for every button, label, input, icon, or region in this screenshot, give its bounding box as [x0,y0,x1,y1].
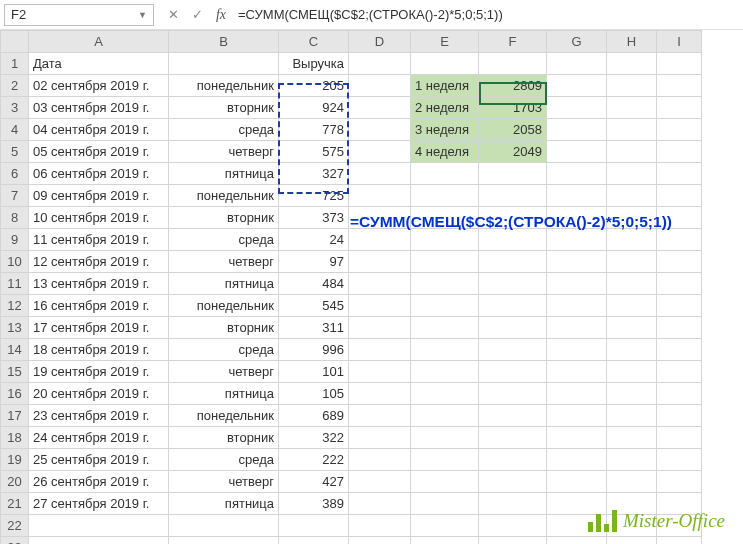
cell-E18[interactable] [411,427,479,449]
cell-F22[interactable] [479,515,547,537]
cell-E10[interactable] [411,251,479,273]
cell-A8[interactable]: 10 сентября 2019 г. [29,207,169,229]
cell-C20[interactable]: 427 [279,471,349,493]
cell-I11[interactable] [657,273,702,295]
cell-B12[interactable]: понедельник [169,295,279,317]
cell-G11[interactable] [547,273,607,295]
cell-B15[interactable]: четверг [169,361,279,383]
cell-C13[interactable]: 311 [279,317,349,339]
cell-G4[interactable] [547,119,607,141]
cell-B13[interactable]: вторник [169,317,279,339]
cell-B9[interactable]: среда [169,229,279,251]
cell-A12[interactable]: 16 сентября 2019 г. [29,295,169,317]
cell-B8[interactable]: вторник [169,207,279,229]
cell-A16[interactable]: 20 сентября 2019 г. [29,383,169,405]
row-header[interactable]: 2 [1,75,29,97]
cell-D9[interactable] [349,229,411,251]
row-header[interactable]: 17 [1,405,29,427]
cell-I17[interactable] [657,405,702,427]
cell-H23[interactable] [607,537,657,545]
col-header-G[interactable]: G [547,31,607,53]
cell-D1[interactable] [349,53,411,75]
cell-E14[interactable] [411,339,479,361]
cell-H6[interactable] [607,163,657,185]
cell-D10[interactable] [349,251,411,273]
cell-D22[interactable] [349,515,411,537]
cell-F23[interactable] [479,537,547,545]
cell-G3[interactable] [547,97,607,119]
cell-D21[interactable] [349,493,411,515]
cell-A9[interactable]: 11 сентября 2019 г. [29,229,169,251]
cell-E20[interactable] [411,471,479,493]
cell-C15[interactable]: 101 [279,361,349,383]
cell-G16[interactable] [547,383,607,405]
cell-C8[interactable]: 373 [279,207,349,229]
cancel-icon[interactable]: ✕ [162,4,184,26]
cell-F12[interactable] [479,295,547,317]
cell-G10[interactable] [547,251,607,273]
cell-G1[interactable] [547,53,607,75]
row-header[interactable]: 22 [1,515,29,537]
cell-G7[interactable] [547,185,607,207]
cell-C21[interactable]: 389 [279,493,349,515]
cell-C7[interactable]: 725 [279,185,349,207]
cell-G9[interactable] [547,229,607,251]
cell-C4[interactable]: 778 [279,119,349,141]
cell-B4[interactable]: среда [169,119,279,141]
cell-G5[interactable] [547,141,607,163]
cell-C16[interactable]: 105 [279,383,349,405]
row-header[interactable]: 12 [1,295,29,317]
cell-G6[interactable] [547,163,607,185]
cell-G23[interactable] [547,537,607,545]
cell-G2[interactable] [547,75,607,97]
row-header[interactable]: 3 [1,97,29,119]
cell-C3[interactable]: 924 [279,97,349,119]
cell-E7[interactable] [411,185,479,207]
worksheet-grid[interactable]: A B C D E F G H I 1ДатаВыручка202 сентяб… [0,30,702,544]
cell-A17[interactable]: 23 сентября 2019 г. [29,405,169,427]
cell-I20[interactable] [657,471,702,493]
cell-D3[interactable] [349,97,411,119]
cell-G17[interactable] [547,405,607,427]
cell-E15[interactable] [411,361,479,383]
cell-I10[interactable] [657,251,702,273]
row-header[interactable]: 5 [1,141,29,163]
cell-C14[interactable]: 996 [279,339,349,361]
cell-A21[interactable]: 27 сентября 2019 г. [29,493,169,515]
cell-H12[interactable] [607,295,657,317]
cell-A19[interactable]: 25 сентября 2019 г. [29,449,169,471]
cell-C17[interactable]: 689 [279,405,349,427]
cell-I9[interactable] [657,229,702,251]
cell-C12[interactable]: 545 [279,295,349,317]
cell-B6[interactable]: пятница [169,163,279,185]
cell-B23[interactable] [169,537,279,545]
cell-E9[interactable] [411,229,479,251]
cell-C11[interactable]: 484 [279,273,349,295]
cell-E4[interactable]: 3 неделя [411,119,479,141]
cell-I1[interactable] [657,53,702,75]
cell-E21[interactable] [411,493,479,515]
cell-C10[interactable]: 97 [279,251,349,273]
cell-G15[interactable] [547,361,607,383]
cell-H19[interactable] [607,449,657,471]
cell-F20[interactable] [479,471,547,493]
cell-H4[interactable] [607,119,657,141]
cell-G12[interactable] [547,295,607,317]
col-header-E[interactable]: E [411,31,479,53]
cell-D5[interactable] [349,141,411,163]
cell-F1[interactable] [479,53,547,75]
cell-A22[interactable] [29,515,169,537]
row-header[interactable]: 8 [1,207,29,229]
cell-H16[interactable] [607,383,657,405]
cell-D12[interactable] [349,295,411,317]
cell-E16[interactable] [411,383,479,405]
cell-D11[interactable] [349,273,411,295]
cell-A3[interactable]: 03 сентября 2019 г. [29,97,169,119]
row-header[interactable]: 18 [1,427,29,449]
cell-F9[interactable] [479,229,547,251]
cell-E17[interactable] [411,405,479,427]
cell-C9[interactable]: 24 [279,229,349,251]
cell-I23[interactable] [657,537,702,545]
cell-D2[interactable] [349,75,411,97]
cell-A2[interactable]: 02 сентября 2019 г. [29,75,169,97]
